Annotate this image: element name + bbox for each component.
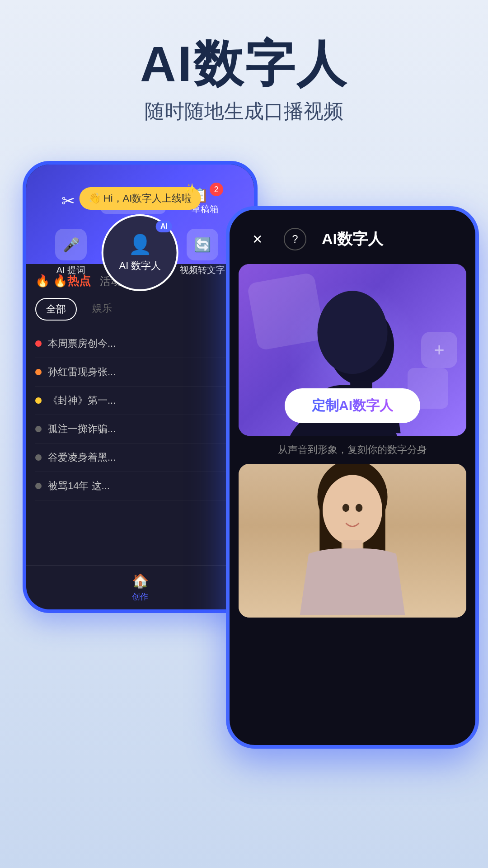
- help-icon: ?: [292, 233, 298, 245]
- ai-circle[interactable]: ✨ 👤 AI AI 数字人: [102, 214, 178, 291]
- list-item[interactable]: 《封神》第一...: [35, 387, 245, 415]
- front-phone-title: AI数字人: [322, 229, 383, 250]
- nav-create-label: 创作: [132, 591, 148, 602]
- front-phone-inner: ✕ ? AI数字人: [230, 210, 475, 745]
- ai-popup: 👋 Hi，AI数字人上线啦 ✨ 👤 AI AI 数字人: [80, 187, 201, 291]
- front-phone-header: ✕ ? AI数字人: [230, 210, 475, 259]
- list-item[interactable]: 谷爱凌身着黑...: [35, 443, 245, 472]
- news-text: 被骂14年 这...: [48, 479, 110, 493]
- svg-point-7: [323, 475, 382, 545]
- dot-gold: [35, 397, 42, 404]
- back-phone-content: 🔥 🔥热点 活动 全部 娱乐 本周票房创今... 孙红雷现身张...: [26, 264, 254, 509]
- sub-title: 随时随地生成口播视频: [0, 98, 488, 125]
- close-icon: ✕: [252, 232, 263, 247]
- svg-point-9: [343, 504, 350, 512]
- list-item[interactable]: 孙红雷现身张...: [35, 358, 245, 387]
- list-item[interactable]: 被骂14年 这...: [35, 472, 245, 500]
- drafts-count: 2: [210, 183, 223, 196]
- dot-red: [35, 340, 42, 347]
- filter-entertainment[interactable]: 娱乐: [82, 298, 122, 321]
- svg-point-10: [356, 504, 363, 512]
- list-item[interactable]: 孤注一掷诈骗...: [35, 415, 245, 443]
- dot-gray: [35, 454, 42, 461]
- news-text: 本周票房创今...: [48, 337, 116, 350]
- plus-icon[interactable]: +: [421, 332, 457, 368]
- news-text: 谷爱凌身着黑...: [48, 451, 116, 464]
- list-item[interactable]: 本周票房创今...: [35, 330, 245, 358]
- ai-bubble: 👋 Hi，AI数字人上线啦: [80, 187, 201, 210]
- news-text: 孤注一掷诈骗...: [48, 422, 116, 436]
- filter-all[interactable]: 全部: [35, 298, 77, 321]
- help-button[interactable]: ?: [284, 228, 306, 250]
- close-button[interactable]: ✕: [246, 228, 268, 250]
- avatar-card: + 定制AI数字人: [239, 264, 466, 436]
- back-phone-inner: ✂ 开始创作 📋 2 草稿箱 👋 Hi，AI数字人上线啦 ✨ 👤: [26, 165, 254, 609]
- page-header: AI数字人 随时随地生成口播视频: [0, 0, 488, 143]
- person-svg: [239, 464, 466, 618]
- nav-create[interactable]: 🏠 创作: [132, 573, 149, 602]
- back-phone: ✂ 开始创作 📋 2 草稿箱 👋 Hi，AI数字人上线啦 ✨ 👤: [23, 161, 258, 613]
- phones-area: ✂ 开始创作 📋 2 草稿箱 👋 Hi，AI数字人上线啦 ✨ 👤: [0, 143, 488, 776]
- ai-badge: AI: [156, 221, 172, 232]
- custom-ai-button[interactable]: 定制AI数字人: [285, 388, 420, 423]
- news-list: 本周票房创今... 孙红雷现身张... 《封神》第一... 孤注一掷诈骗...: [35, 330, 245, 500]
- dot-gray: [35, 483, 42, 489]
- ai-circle-person-icon: 👤: [128, 233, 152, 255]
- front-phone: ✕ ? AI数字人: [226, 206, 479, 749]
- svg-point-3: [317, 291, 387, 374]
- news-text: 孙红雷现身张...: [48, 365, 116, 379]
- ai-circle-label: AI 数字人: [119, 259, 161, 273]
- custom-desc: 从声音到形象，复刻你的数字分身: [239, 443, 466, 457]
- person-photo: [239, 464, 466, 618]
- scissors-icon: ✂: [61, 192, 75, 211]
- home-icon: 🏠: [132, 573, 149, 589]
- custom-btn-text: 定制AI数字人: [312, 398, 393, 413]
- main-title: AI数字人: [0, 36, 488, 91]
- back-phone-bottom-nav: 🏠 创作: [26, 565, 254, 609]
- dot-gray: [35, 426, 42, 432]
- back-phone-topbar: ✂ 开始创作 📋 2 草稿箱 👋 Hi，AI数字人上线啦 ✨ 👤: [26, 165, 254, 264]
- news-text: 《封神》第一...: [48, 394, 116, 407]
- filter-tabs: 全部 娱乐: [35, 298, 245, 321]
- dot-orange: [35, 369, 42, 375]
